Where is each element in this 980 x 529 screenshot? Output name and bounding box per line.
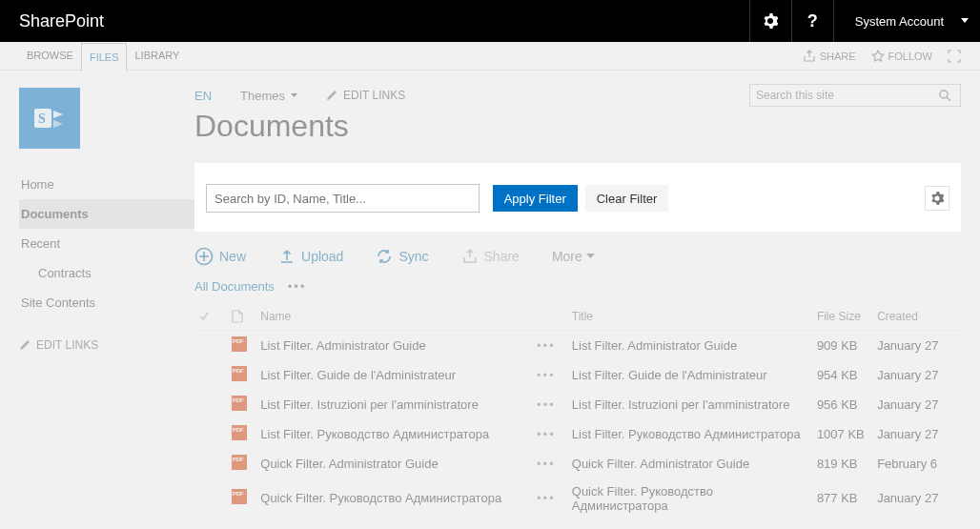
help-menu[interactable]: ? — [791, 0, 833, 42]
cmd-upload[interactable]: Upload — [278, 248, 343, 265]
nav-edit-links-label: EDIT LINKS — [36, 338, 98, 352]
col-title[interactable]: Title — [568, 303, 813, 330]
gear-icon — [763, 13, 778, 29]
col-select[interactable] — [194, 303, 228, 330]
doc-name[interactable]: Quick Filter. Administrator Guide — [260, 457, 438, 471]
cmd-new-label: New — [219, 249, 246, 264]
table-row[interactable]: List Filter. Istruzioni per l'amministra… — [194, 390, 961, 419]
ribbon: BROWSE FILES LIBRARY SHARE FOLLOW — [0, 42, 980, 71]
table-row[interactable]: List Filter. Administrator Guide•••List … — [194, 330, 961, 360]
col-created[interactable]: Created — [873, 303, 961, 330]
main-content: S Home Documents Recent Contracts Site C… — [0, 71, 980, 529]
check-icon — [198, 311, 224, 322]
row-menu[interactable]: ••• — [537, 457, 556, 471]
filter-settings-button[interactable] — [925, 186, 949, 211]
ribbon-share[interactable]: SHARE — [803, 50, 856, 63]
view-name[interactable]: All Documents — [194, 279, 275, 294]
focus-icon — [948, 50, 961, 63]
doc-title: List Filter. Administrator Guide — [568, 330, 813, 360]
doc-size: 1007 KB — [813, 419, 873, 449]
col-name[interactable]: Name — [256, 303, 533, 330]
row-menu[interactable]: ••• — [537, 397, 556, 412]
svg-point-2 — [940, 91, 948, 98]
help-icon: ? — [807, 11, 818, 31]
doc-title: Quick Filter. Administrator Guide — [568, 449, 813, 478]
themes-label: Themes — [240, 89, 285, 103]
share-icon — [803, 50, 816, 63]
doc-created: January 27 — [873, 478, 961, 519]
pdf-icon — [232, 396, 247, 411]
product-name: SharePoint — [19, 11, 104, 31]
ribbon-follow-label: FOLLOW — [888, 51, 932, 62]
table-row[interactable]: Quick Filter. Руководство Администратора… — [194, 478, 961, 519]
suite-bar: SharePoint ? System Account — [0, 0, 980, 42]
user-menu[interactable]: System Account — [833, 0, 980, 42]
row-menu[interactable]: ••• — [537, 338, 556, 353]
filter-input[interactable] — [206, 184, 480, 213]
doc-created: January 27 — [873, 390, 961, 419]
doc-size: 909 KB — [813, 330, 873, 360]
table-row[interactable]: Quick Filter. Administrator Guide•••Quic… — [194, 449, 961, 478]
cmd-new[interactable]: New — [194, 247, 246, 266]
documents-table: Name Title File Size Created List Filter… — [194, 303, 961, 519]
pdf-icon — [232, 366, 247, 381]
site-search[interactable] — [749, 84, 961, 107]
col-type[interactable] — [228, 303, 257, 330]
ribbon-focus[interactable] — [948, 50, 961, 63]
star-icon — [871, 50, 885, 63]
nav-home[interactable]: Home — [19, 170, 194, 199]
cmd-sync[interactable]: Sync — [376, 248, 428, 265]
row-menu[interactable]: ••• — [537, 491, 556, 505]
ribbon-follow[interactable]: FOLLOW — [871, 50, 932, 63]
svg-line-3 — [947, 97, 950, 101]
nav-edit-links[interactable]: EDIT LINKS — [19, 338, 194, 352]
nav-recent[interactable]: Recent — [19, 229, 194, 258]
pdf-icon — [232, 425, 247, 440]
doc-name[interactable]: Quick Filter. Руководство Администратора — [260, 491, 501, 505]
user-name: System Account — [855, 14, 944, 29]
view-options[interactable]: ••• — [288, 279, 307, 294]
doc-size: 956 KB — [813, 390, 873, 419]
clear-filter-button[interactable]: Clear Filter — [585, 185, 669, 212]
nav-site-contents[interactable]: Site Contents — [19, 288, 194, 317]
cmd-sync-label: Sync — [398, 249, 428, 264]
doc-created: January 27 — [873, 419, 961, 449]
settings-menu[interactable] — [749, 0, 791, 42]
topnav-edit-links[interactable]: EDIT LINKS — [326, 89, 405, 102]
table-row[interactable]: List Filter. Руководство Администратора•… — [194, 419, 961, 449]
ribbon-tab-browse[interactable]: BROWSE — [19, 42, 81, 71]
nav-documents[interactable]: Documents — [19, 199, 194, 229]
lang-link[interactable]: EN — [194, 89, 212, 103]
site-search-input[interactable] — [750, 89, 939, 102]
col-size[interactable]: File Size — [813, 303, 873, 330]
ribbon-share-label: SHARE — [820, 51, 856, 62]
doc-name[interactable]: List Filter. Administrator Guide — [260, 338, 425, 353]
row-menu[interactable]: ••• — [537, 368, 556, 382]
cmd-share-label: Share — [484, 249, 520, 264]
page-title: Documents — [194, 109, 961, 144]
row-menu[interactable]: ••• — [537, 427, 556, 441]
pencil-icon — [19, 339, 31, 351]
share-icon — [461, 248, 479, 265]
doc-created: January 27 — [873, 360, 961, 390]
themes-menu[interactable]: Themes — [240, 89, 297, 103]
doc-name[interactable]: List Filter. Istruzioni per l'amministra… — [260, 397, 479, 412]
apply-filter-button[interactable]: Apply Filter — [493, 185, 578, 212]
search-icon[interactable] — [939, 90, 960, 102]
site-logo[interactable]: S — [19, 88, 80, 149]
nav-contracts[interactable]: Contracts — [19, 258, 194, 288]
pencil-icon — [326, 90, 337, 101]
quick-filter-box: Apply Filter Clear Filter — [194, 163, 961, 232]
svg-text:S: S — [38, 112, 46, 126]
cmd-more-label: More — [552, 249, 582, 264]
ribbon-tab-library[interactable]: LIBRARY — [127, 42, 187, 71]
doc-name[interactable]: List Filter. Guide de l'Administrateur — [260, 368, 456, 382]
ribbon-tab-files[interactable]: FILES — [81, 43, 128, 71]
upload-icon — [278, 248, 296, 265]
doc-name[interactable]: List Filter. Руководство Администратора — [260, 427, 489, 441]
cmd-more[interactable]: More — [552, 249, 595, 264]
cmd-upload-label: Upload — [301, 249, 343, 264]
cmd-share: Share — [461, 248, 520, 265]
doc-size: 877 KB — [813, 478, 873, 519]
table-row[interactable]: List Filter. Guide de l'Administrateur••… — [194, 360, 961, 390]
